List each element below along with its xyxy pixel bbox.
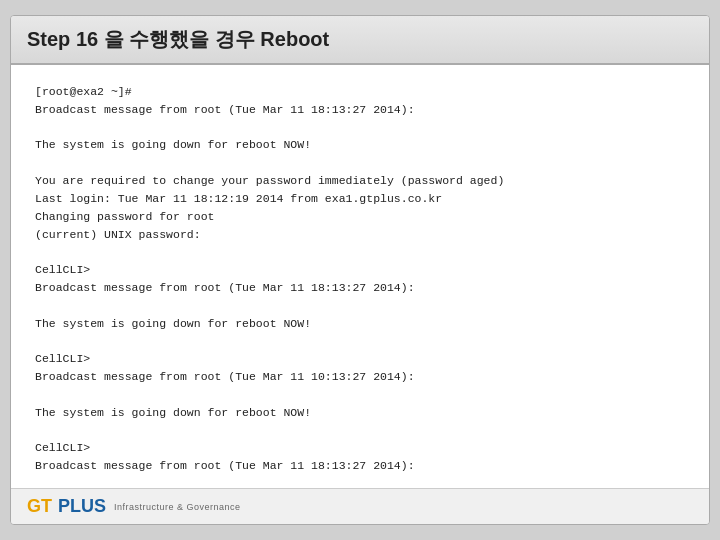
logo-tagline: Infrastructure & Governance [114,502,241,512]
slide-content: [root@exa2 ~]# Broadcast message from ro… [11,65,709,488]
terminal-output: [root@exa2 ~]# Broadcast message from ro… [35,83,685,488]
logo-plus: PLUS [58,496,106,517]
logo-gt: GT [27,496,52,517]
slide-header: Step 16 을 수행했을 경우 Reboot [11,16,709,65]
slide-container: Step 16 을 수행했을 경우 Reboot [root@exa2 ~]# … [10,15,710,525]
slide-footer: GTPLUS Infrastructure & Governance [11,488,709,524]
slide-title: Step 16 을 수행했을 경우 Reboot [27,26,693,53]
